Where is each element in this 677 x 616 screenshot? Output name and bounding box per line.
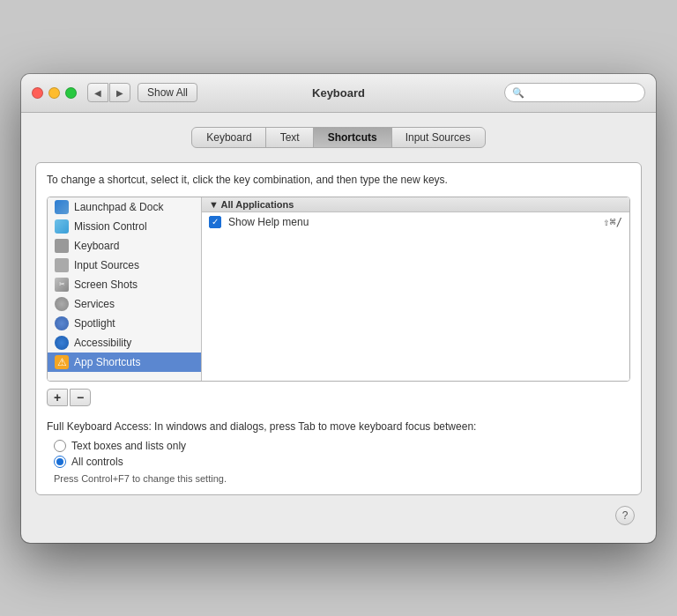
keyboard-icon	[55, 239, 69, 253]
sidebar-label-keyboard: Keyboard	[74, 240, 119, 252]
shortcuts-sidebar: Launchpad & Dock Mission Control Keyboar…	[48, 197, 202, 381]
maximize-button[interactable]	[65, 87, 77, 99]
window-title: Keyboard	[312, 86, 365, 100]
show-all-button[interactable]: Show All	[138, 83, 197, 102]
sidebar-item-spotlight[interactable]: Spotlight	[48, 314, 201, 333]
launchpad-icon	[55, 200, 69, 214]
sidebar-label-accessibility: Accessibility	[74, 337, 131, 349]
sidebar-label-spotlight: Spotlight	[74, 317, 115, 330]
shortcut-row: Show Help menu ⇧⌘/	[202, 212, 629, 232]
radio-all-controls[interactable]	[54, 456, 66, 468]
sidebar-item-input-sources[interactable]: Input Sources	[48, 256, 201, 275]
keyboard-access-note: Press Control+F7 to change this setting.	[54, 473, 630, 484]
tab-text[interactable]: Text	[265, 127, 315, 148]
sidebar-label-screen-shots: Screen Shots	[74, 278, 138, 291]
sidebar-item-services[interactable]: Services	[48, 294, 201, 314]
keyboard-window: ◀ ▶ Show All Keyboard 🔍 Keyboard Text Sh…	[21, 74, 656, 543]
keyboard-access-options: Text boxes and lists only All controls	[54, 440, 630, 468]
appshortcuts-icon: ⚠	[55, 355, 69, 369]
keyboard-access-header: Full Keyboard Access: In windows and dia…	[47, 420, 630, 433]
titlebar: ◀ ▶ Show All Keyboard 🔍	[21, 74, 656, 113]
input-icon	[55, 258, 69, 272]
search-bar[interactable]: 🔍	[504, 83, 645, 102]
sidebar-item-accessibility[interactable]: Accessibility	[48, 333, 201, 353]
remove-shortcut-button[interactable]: −	[70, 389, 91, 406]
tab-input-sources[interactable]: Input Sources	[391, 127, 486, 148]
help-button[interactable]: ?	[615, 506, 635, 525]
minimize-button[interactable]	[48, 87, 60, 99]
sidebar-item-app-shortcuts[interactable]: ⚠ App Shortcuts	[48, 353, 201, 372]
shortcuts-right-panel: ▼ All Applications Show Help menu ⇧⌘/	[202, 197, 629, 381]
add-remove-bar: + −	[47, 389, 630, 406]
spotlight-icon	[55, 316, 69, 330]
accessibility-icon	[55, 336, 69, 350]
back-button[interactable]: ◀	[87, 83, 108, 102]
forward-button[interactable]: ▶	[109, 83, 130, 102]
radio-label-all-controls: All controls	[71, 456, 123, 468]
mission-icon	[55, 219, 69, 234]
content-area: Keyboard Text Shortcuts Input Sources To…	[21, 113, 656, 543]
sidebar-label-mission-control: Mission Control	[74, 220, 147, 233]
add-shortcut-button[interactable]: +	[47, 389, 68, 406]
bottom-row: ?	[35, 495, 642, 529]
sidebar-label-app-shortcuts: App Shortcuts	[74, 356, 140, 368]
tab-keyboard[interactable]: Keyboard	[191, 127, 266, 148]
shortcuts-panel: To change a shortcut, select it, click t…	[35, 162, 642, 495]
keyboard-access-section: Full Keyboard Access: In windows and dia…	[47, 420, 630, 484]
radio-item-all-controls[interactable]: All controls	[54, 456, 630, 468]
sidebar-label-services: Services	[74, 298, 115, 310]
section-header: ▼ All Applications	[202, 197, 629, 212]
screenshot-icon: ✂	[55, 278, 69, 292]
radio-label-text-boxes: Text boxes and lists only	[71, 440, 186, 452]
search-icon: 🔍	[512, 87, 524, 99]
tab-shortcuts[interactable]: Shortcuts	[313, 127, 392, 148]
shortcut-label: Show Help menu	[228, 216, 596, 228]
radio-text-boxes[interactable]	[54, 440, 66, 452]
traffic-lights	[32, 87, 77, 99]
sidebar-item-mission-control[interactable]: Mission Control	[48, 217, 201, 236]
sidebar-label-launchpad: Launchpad & Dock	[74, 201, 163, 213]
sidebar-item-launchpad[interactable]: Launchpad & Dock	[48, 197, 201, 217]
sidebar-item-screen-shots[interactable]: ✂ Screen Shots	[48, 275, 201, 294]
nav-buttons: ◀ ▶	[87, 83, 130, 102]
services-icon	[55, 297, 69, 311]
close-button[interactable]	[32, 87, 43, 99]
main-split-area: Launchpad & Dock Mission Control Keyboar…	[47, 197, 630, 382]
sidebar-label-input-sources: Input Sources	[74, 259, 139, 271]
shortcut-keys: ⇧⌘/	[603, 216, 622, 228]
sidebar-item-keyboard[interactable]: Keyboard	[48, 236, 201, 256]
instruction-text: To change a shortcut, select it, click t…	[47, 174, 630, 186]
shortcut-checkbox[interactable]	[209, 216, 221, 228]
radio-item-text-boxes[interactable]: Text boxes and lists only	[54, 440, 630, 452]
tab-bar: Keyboard Text Shortcuts Input Sources	[35, 127, 642, 148]
